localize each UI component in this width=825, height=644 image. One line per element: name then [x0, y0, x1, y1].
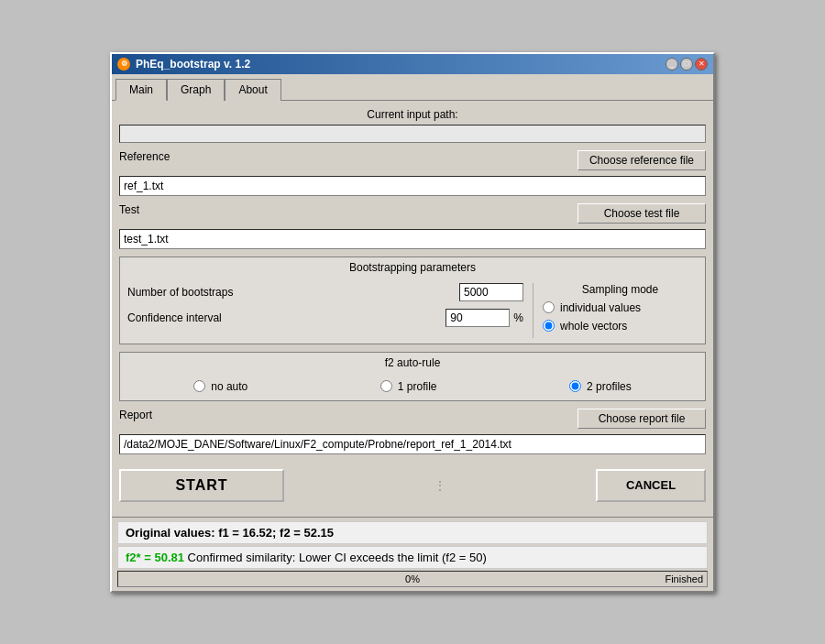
bootstrapping-title: Bootstrapping parameters	[120, 257, 705, 278]
test-row: Test Choose test file	[119, 203, 706, 224]
num-bootstraps-label: Number of bootstraps	[127, 286, 459, 299]
tab-about[interactable]: About	[225, 79, 280, 101]
confidence-row: Confidence interval %	[127, 309, 523, 327]
close-button[interactable]: ✕	[695, 58, 708, 71]
bootstrapping-group: Bootstrapping parameters Number of boots…	[119, 257, 706, 344]
progress-bar-container: 0% Finished	[117, 571, 708, 587]
current-path-label: Current input path:	[119, 108, 706, 121]
f2-options: no auto 1 profile 2 profiles	[120, 373, 705, 400]
f2-two-profiles: 2 profiles	[569, 380, 632, 393]
report-row: Report Choose report file	[119, 409, 706, 429]
tab-bar: Main Graph About	[112, 74, 713, 101]
sampling-individual-label: individual values	[560, 301, 641, 314]
num-bootstraps-row: Number of bootstraps	[127, 283, 523, 301]
reference-label: Reference	[119, 150, 170, 163]
f2-two-profiles-label: 2 profiles	[587, 380, 632, 393]
title-bar-left: ⚙ PhEq_bootstrap v. 1.2	[117, 58, 250, 71]
f2-no-auto-radio[interactable]	[193, 380, 205, 392]
reference-input[interactable]	[119, 176, 706, 196]
separator: ⋮	[434, 479, 446, 492]
f2star-value: f2* = 50.81	[126, 551, 184, 564]
similarity-row: f2* = 50.81 Confirmed similarity: Lower …	[117, 546, 708, 569]
sampling-whole-label: whole vectors	[560, 320, 627, 333]
report-path-input[interactable]	[119, 434, 706, 454]
title-bar: ⚙ PhEq_bootstrap v. 1.2 _ □ ✕	[112, 54, 713, 74]
sampling-individual-row: individual values	[543, 301, 698, 314]
current-path-input[interactable]	[119, 125, 706, 143]
main-window: ⚙ PhEq_bootstrap v. 1.2 _ □ ✕ Main Graph…	[110, 52, 715, 593]
choose-test-button[interactable]: Choose test file	[578, 203, 706, 224]
finished-text: Finished	[665, 573, 703, 584]
original-f1: f1 = 16.52;	[218, 526, 276, 540]
test-input[interactable]	[119, 229, 706, 249]
cancel-button[interactable]: CANCEL	[596, 469, 706, 502]
bottom-buttons: START ⋮ CANCEL	[119, 469, 706, 502]
original-f2: f2 = 52.15	[280, 526, 334, 540]
main-content: Current input path: Reference Choose ref…	[112, 101, 713, 517]
test-label: Test	[119, 203, 139, 216]
similarity-text: Confirmed similarity: Lower CI exceeds t…	[188, 551, 487, 564]
report-label: Report	[119, 409, 152, 421]
f2-one-profile: 1 profile	[380, 380, 437, 393]
bootstrap-params: Number of bootstraps Confidence interval…	[127, 283, 698, 338]
status-bar: Original values: f1 = 16.52; f2 = 52.15 …	[112, 517, 713, 591]
title-buttons: _ □ ✕	[666, 58, 708, 71]
tab-graph[interactable]: Graph	[167, 79, 225, 101]
start-button[interactable]: START	[119, 469, 284, 502]
original-values-row: Original values: f1 = 16.52; f2 = 52.15	[117, 521, 708, 544]
reference-row: Reference Choose reference file	[119, 150, 706, 170]
choose-report-button[interactable]: Choose report file	[578, 409, 706, 429]
sampling-individual-radio[interactable]	[543, 301, 555, 313]
window-title: PhEq_bootstrap v. 1.2	[136, 58, 250, 71]
f2-one-profile-radio[interactable]	[380, 380, 392, 392]
confidence-label: Confidence interval	[127, 311, 446, 324]
f2-no-auto-label: no auto	[211, 380, 248, 393]
params-right: Sampling mode individual values whole ve…	[533, 283, 698, 338]
sampling-whole-radio[interactable]	[543, 320, 555, 332]
app-icon: ⚙	[117, 58, 130, 71]
minimize-button[interactable]: _	[666, 58, 678, 71]
sampling-title: Sampling mode	[543, 283, 698, 296]
f2-no-auto: no auto	[193, 380, 248, 393]
f2-two-profiles-radio[interactable]	[569, 380, 581, 392]
tab-main[interactable]: Main	[116, 79, 167, 101]
progress-text: 0%	[405, 573, 420, 584]
choose-reference-button[interactable]: Choose reference file	[578, 150, 706, 170]
maximize-button[interactable]: □	[680, 58, 693, 71]
f2-title: f2 auto-rule	[120, 353, 705, 373]
f2-group: f2 auto-rule no auto 1 profile 2 profile…	[119, 352, 706, 401]
bootstrapping-content: Number of bootstraps Confidence interval…	[120, 278, 705, 344]
params-left: Number of bootstraps Confidence interval…	[127, 283, 533, 338]
f2-one-profile-label: 1 profile	[398, 380, 437, 393]
sampling-whole-row: whole vectors	[543, 320, 698, 333]
original-label: Original values:	[126, 526, 215, 540]
confidence-input[interactable]	[446, 309, 510, 327]
num-bootstraps-input[interactable]	[459, 283, 523, 301]
confidence-unit: %	[513, 311, 523, 324]
